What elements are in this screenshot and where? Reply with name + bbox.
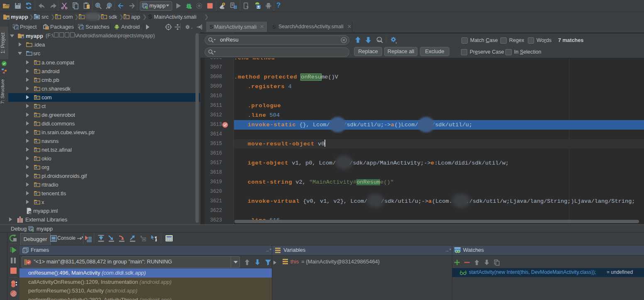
svg-text:A: A [108, 6, 110, 9]
svg-text:ALL: ALL [378, 39, 382, 42]
svg-text:›_: ›_ [24, 250, 26, 253]
